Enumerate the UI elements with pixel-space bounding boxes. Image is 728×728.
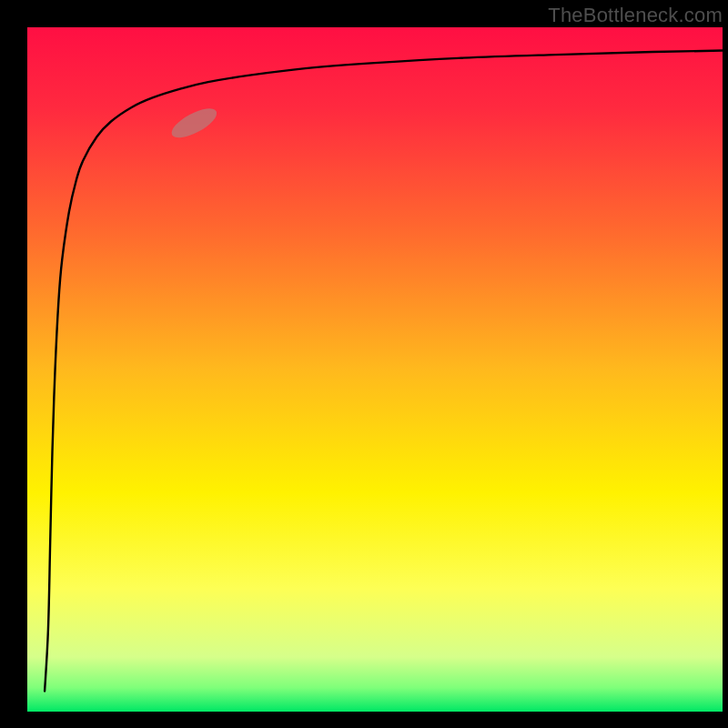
curve-layer <box>27 27 723 712</box>
highlight-marker <box>167 103 220 143</box>
chart-frame: TheBottleneck.com <box>0 0 728 728</box>
watermark-text: TheBottleneck.com <box>548 4 723 27</box>
bottleneck-curve <box>45 51 723 692</box>
plot-area <box>27 27 723 712</box>
